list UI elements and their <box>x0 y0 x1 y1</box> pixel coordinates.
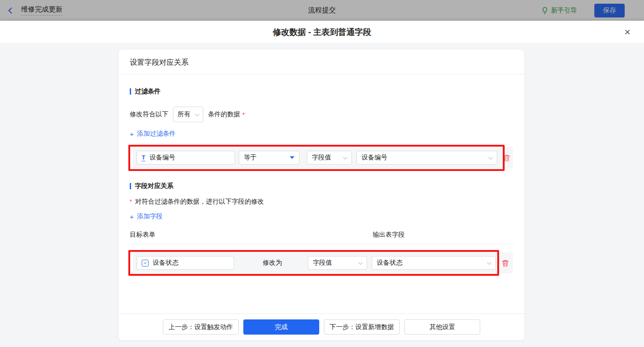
value-type-value: 字段值 <box>312 154 331 162</box>
text-field-icon: T <box>142 154 145 161</box>
add-field-label: 添加字段 <box>137 212 163 221</box>
required-asterisk: * <box>242 111 245 118</box>
condition-mode-select[interactable]: 所有 <box>173 107 203 122</box>
column-output-field: 输出表字段 <box>373 231 405 239</box>
save-button[interactable]: 保存 <box>594 4 625 17</box>
mapping-value-field-select[interactable]: 设备状态 <box>372 256 496 270</box>
section-accent-bar <box>130 183 131 189</box>
flow-name[interactable]: 维修完成更新 <box>21 5 63 16</box>
trash-icon <box>503 154 511 162</box>
mapping-value-field-value: 设备状态 <box>377 259 402 267</box>
add-filter-condition-link[interactable]: + 添加过滤条件 <box>130 130 176 138</box>
filter-field-input[interactable]: T 设备编号 <box>137 151 235 165</box>
section-accent-bar <box>130 88 131 95</box>
column-target-form: 目标表单 <box>130 231 155 238</box>
modal-title: 修改数据 - 主表到普通字段 <box>273 27 371 38</box>
add-field-link[interactable]: + 添加字段 <box>130 212 163 221</box>
mapping-column-headers: 目标表单 输出表字段 <box>130 231 514 238</box>
card-title: 设置字段对应关系 <box>119 50 524 74</box>
select-field-icon <box>142 260 149 267</box>
plus-icon: + <box>130 130 134 138</box>
filter-condition-line: 修改符合以下 所有 条件的数据 * <box>130 107 514 122</box>
condition-mode-value: 所有 <box>178 110 190 119</box>
condition-suffix: 条件的数据 <box>208 110 240 119</box>
operator-value: 等于 <box>244 154 257 162</box>
add-filter-label: 添加过滤条件 <box>137 130 176 138</box>
mapping-value-type-select[interactable]: 字段值 <box>308 256 367 270</box>
filter-row-band: T 设备编号 等于 字段值 设备编号 <box>133 147 513 168</box>
mapping-row-band: 设备状态 修改为 字段值 设备状态 <box>133 252 513 273</box>
condition-prefix: 修改符合以下 <box>130 110 168 119</box>
mapping-value-type-value: 字段值 <box>313 259 332 267</box>
value-type-select[interactable]: 字段值 <box>307 151 352 165</box>
close-icon[interactable]: ✕ <box>622 27 633 38</box>
modal-header: 修改数据 - 主表到普通字段 ✕ <box>0 21 644 44</box>
next-step-button[interactable]: 下一步：设置新增数据 <box>324 319 400 335</box>
chevron-left-icon <box>8 7 15 13</box>
required-asterisk: * <box>130 199 132 205</box>
value-field-value: 设备编号 <box>362 154 387 162</box>
mapping-row: 设备状态 修改为 字段值 设备状态 <box>130 252 514 273</box>
other-settings-button[interactable]: 其他设置 <box>404 319 480 335</box>
filter-section-label: 过滤条件 <box>135 87 161 96</box>
chevron-down-icon <box>487 260 492 265</box>
chevron-down-icon <box>489 155 493 159</box>
mapping-section-title: 字段对应关系 <box>130 182 514 190</box>
column-divider <box>130 244 514 244</box>
target-field-input[interactable]: 设备状态 <box>137 256 234 270</box>
lightbulb-icon <box>541 7 548 14</box>
edit-data-modal: 修改数据 - 主表到普通字段 ✕ 设置字段对应关系 过滤条件 修改符合以下 所有… <box>0 21 644 347</box>
trash-icon <box>501 259 509 267</box>
plus-icon: + <box>130 213 134 221</box>
caret-down-icon <box>290 156 294 159</box>
prev-step-button[interactable]: 上一步：设置触发动作 <box>163 319 239 335</box>
back-button[interactable] <box>9 8 14 13</box>
filter-row: T 设备编号 等于 字段值 设备编号 <box>130 147 514 168</box>
app-top-bar: 维修完成更新 流程提交 新手引导 保存 <box>0 0 644 21</box>
operator-select[interactable]: 等于 <box>239 151 299 165</box>
guide-label: 新手引导 <box>551 6 577 15</box>
delete-mapping-row-button[interactable] <box>501 259 509 267</box>
mapping-section-label: 字段对应关系 <box>135 182 173 190</box>
filter-section-title: 过滤条件 <box>130 87 514 96</box>
chevron-down-icon <box>343 155 348 159</box>
delete-filter-row-button[interactable] <box>503 154 511 162</box>
target-field-value: 设备状态 <box>153 259 178 267</box>
value-field-select[interactable]: 设备编号 <box>356 151 497 165</box>
chevron-down-icon <box>195 112 200 116</box>
beginner-guide-link[interactable]: 新手引导 <box>541 6 577 15</box>
chevron-down-icon <box>358 260 363 265</box>
filter-field-value: 设备编号 <box>150 154 175 162</box>
modify-to-label: 修改为 <box>263 259 282 267</box>
field-mapping-card: 设置字段对应关系 过滤条件 修改符合以下 所有 条件的数据 * + 添加过滤条件 <box>119 50 524 340</box>
done-button[interactable]: 完成 <box>243 319 319 335</box>
card-footer: 上一步：设置触发动作 完成 下一步：设置新增数据 其他设置 <box>119 313 524 340</box>
